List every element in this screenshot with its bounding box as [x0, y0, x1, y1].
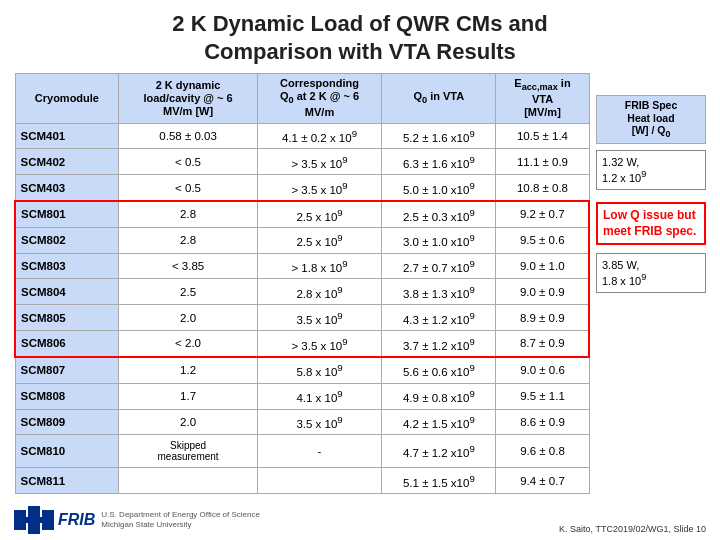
frib-spec-header: FRIB SpecHeat load[W] / Q0 — [596, 95, 706, 144]
table-row: SCM807 1.2 5.8 x 109 5.6 ± 0.6 x109 9.0 … — [15, 357, 589, 383]
table-row: SCM403 < 0.5 > 3.5 x 109 5.0 ± 1.0 x109 … — [15, 175, 589, 201]
frib-text: FRIB — [58, 511, 95, 529]
low-q-text: Low Q issue but meet FRIB spec. — [603, 208, 696, 238]
col-header-eacc: Eacc,max inVTA[MV/m] — [496, 74, 589, 124]
spec-note-800-text: 3.85 W,1.8 x 109 — [602, 259, 646, 287]
spec-note-800: 3.85 W,1.8 x 109 — [596, 253, 706, 293]
table-row: SCM803 < 3.85 > 1.8 x 109 2.7 ± 0.7 x109… — [15, 253, 589, 279]
spec-note-400-text: 1.32 W,1.2 x 109 — [602, 156, 646, 184]
col-header-load: 2 K dynamicload/cavity @ ~ 6MV/m [W] — [119, 74, 257, 124]
table-row: SCM808 1.7 4.1 x 109 4.9 ± 0.8 x109 9.5 … — [15, 383, 589, 409]
footer-credit: K. Saito, TTC2019/02/WG1, Slide 10 — [559, 524, 706, 534]
table-row: SCM809 2.0 3.5 x 109 4.2 ± 1.5 x109 8.6 … — [15, 409, 589, 435]
frib-logo: FRIB — [14, 506, 95, 534]
table-row: SCM801 2.8 2.5 x 109 2.5 ± 0.3 x109 9.2 … — [15, 201, 589, 227]
comparison-table: Cryomodule 2 K dynamicload/cavity @ ~ 6M… — [14, 73, 590, 494]
footer-logo-area: FRIB U.S. Department of Energy Office of… — [14, 506, 260, 534]
frib-logo-svg — [14, 506, 54, 534]
spec-note-400: 1.32 W,1.2 x 109 — [596, 150, 706, 190]
table-row: SCM805 2.0 3.5 x 109 4.3 ± 1.2 x109 8.9 … — [15, 305, 589, 331]
page-title: 2 K Dynamic Load of QWR CMs and Comparis… — [14, 10, 706, 65]
svg-rect-3 — [14, 517, 54, 523]
table-row: SCM802 2.8 2.5 x 109 3.0 ± 1.0 x109 9.5 … — [15, 227, 589, 253]
side-notes-panel: FRIB SpecHeat load[W] / Q0 1.32 W,1.2 x … — [596, 73, 706, 494]
col-header-q0-2k: CorrespondingQ0 at 2 K @ ~ 6MV/m — [257, 74, 381, 124]
footer: FRIB U.S. Department of Energy Office of… — [14, 498, 706, 534]
table-row: SCM806 < 2.0 > 3.5 x 109 3.7 ± 1.2 x109 … — [15, 331, 589, 357]
table-row: SCM811 5.1 ± 1.5 x109 9.4 ± 0.7 — [15, 468, 589, 494]
col-header-cryomodule: Cryomodule — [15, 74, 119, 124]
low-q-note: Low Q issue but meet FRIB spec. — [596, 202, 706, 245]
table-row: SCM401 0.58 ± 0.03 4.1 ± 0.2 x 109 5.2 ±… — [15, 123, 589, 149]
footer-gov-text: U.S. Department of Energy Office of Scie… — [101, 510, 260, 531]
table-row: SCM810 Skippedmeasurement - 4.7 ± 1.2 x1… — [15, 435, 589, 468]
col-header-q0-vta: Q0 in VTA — [382, 74, 496, 124]
table-row: SCM804 2.5 2.8 x 109 3.8 ± 1.3 x109 9.0 … — [15, 279, 589, 305]
table-row: SCM402 < 0.5 > 3.5 x 109 6.3 ± 1.6 x109 … — [15, 149, 589, 175]
